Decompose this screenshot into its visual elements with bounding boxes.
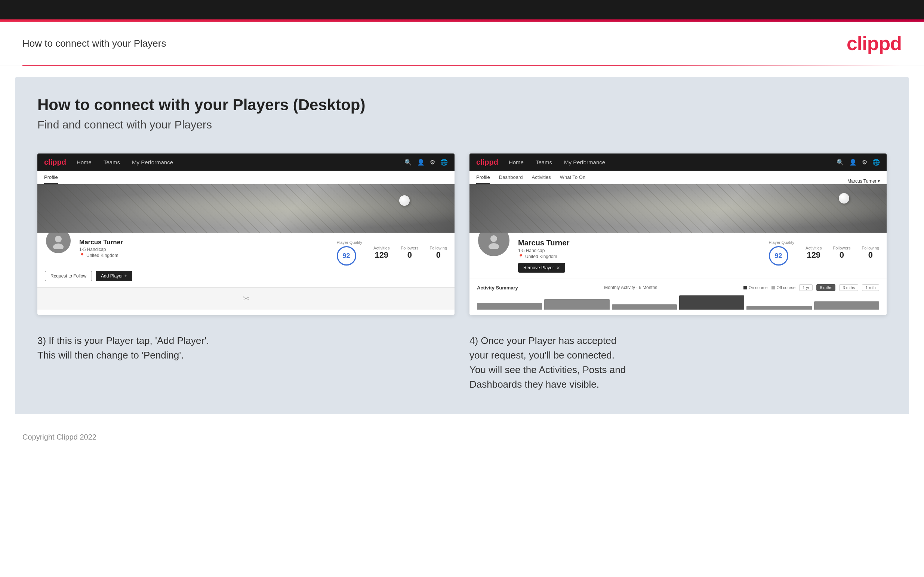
left-nav-teams[interactable]: Teams <box>102 159 121 166</box>
left-profile-section: Marcus Turner 1-5 Handicap 📍 United King… <box>37 233 454 287</box>
add-player-button[interactable]: Add Player + <box>96 271 132 281</box>
right-player-location: 📍 United Kingdom <box>518 254 761 259</box>
screenshots-row: clippd Home Teams My Performance 🔍 👤 ⚙ 🌐… <box>37 153 887 315</box>
right-following: Following 0 <box>862 246 879 260</box>
right-nav-performance[interactable]: My Performance <box>562 159 607 166</box>
right-quality-block: Player Quality 92 <box>769 240 794 266</box>
left-quality-circle: 92 <box>337 246 356 266</box>
footer: Copyright Clippd 2022 <box>0 425 924 449</box>
header: How to connect with your Players clippd <box>0 22 924 65</box>
globe-icon-right[interactable]: 🌐 <box>872 159 880 166</box>
left-screenshot-bottom: ✂ <box>37 287 454 309</box>
activity-summary: Activity Summary Monthly Activity · 6 Mo… <box>470 279 887 315</box>
left-activities: Activities 129 <box>373 246 389 260</box>
tab-profile-right[interactable]: Profile <box>476 174 490 184</box>
location-pin-icon: 📍 <box>79 253 85 258</box>
tab-activities[interactable]: Activities <box>531 174 551 184</box>
close-icon: ✕ <box>556 265 560 271</box>
search-icon[interactable]: 🔍 <box>404 159 412 166</box>
plus-icon: + <box>124 273 127 279</box>
period-6mths[interactable]: 6 mths <box>816 284 835 291</box>
left-profile-row: Marcus Turner 1-5 Handicap 📍 United King… <box>45 239 447 266</box>
header-divider <box>23 65 901 66</box>
right-activities: Activities 129 <box>806 246 822 260</box>
right-followers: Followers 0 <box>833 246 850 260</box>
left-profile-info: Marcus Turner 1-5 Handicap 📍 United King… <box>79 239 329 258</box>
bar-6 <box>814 301 879 309</box>
copyright-text: Copyright Clippd 2022 <box>23 433 97 441</box>
left-player-location: 📍 United Kingdom <box>79 253 329 258</box>
search-icon-right[interactable]: 🔍 <box>837 159 844 166</box>
marcus-dropdown[interactable]: Marcus Turner ▾ <box>847 179 880 184</box>
main-content: How to connect with your Players (Deskto… <box>15 77 909 414</box>
tab-profile-left[interactable]: Profile <box>44 174 58 184</box>
tab-what-to-on[interactable]: What To On <box>560 174 585 184</box>
left-tab-strip: Profile <box>37 171 454 184</box>
right-player-name: Marcus Turner <box>518 239 761 247</box>
left-app-nav: clippd Home Teams My Performance 🔍 👤 ⚙ 🌐 <box>37 153 454 171</box>
bar-4 <box>679 295 744 309</box>
clippd-logo: clippd <box>846 32 901 55</box>
left-nav-performance[interactable]: My Performance <box>131 159 174 166</box>
right-nav-home[interactable]: Home <box>507 159 525 166</box>
request-follow-button[interactable]: Request to Follow <box>45 271 92 281</box>
scissors-icon: ✂ <box>242 294 249 304</box>
bar-5 <box>746 306 811 309</box>
right-nav-teams[interactable]: Teams <box>534 159 554 166</box>
legend-off-course: Off course <box>772 285 796 290</box>
settings-icon[interactable]: ⚙ <box>430 159 435 166</box>
left-quality-block: Player Quality 92 <box>337 240 362 266</box>
legend-on-course: On course <box>743 285 768 290</box>
left-nav-logo: clippd <box>44 158 66 166</box>
activity-period-label: Monthly Activity · 6 Months <box>604 285 657 290</box>
right-nav-icons: 🔍 👤 ⚙ 🌐 <box>837 159 880 166</box>
right-profile-section: Marcus Turner 1-5 Handicap 📍 United King… <box>470 233 887 279</box>
activity-header: Activity Summary Monthly Activity · 6 Mo… <box>477 284 879 291</box>
right-tab-strip: Profile Dashboard Activities What To On … <box>470 171 887 184</box>
legend-dot-off <box>772 286 775 289</box>
description-left-text: 3) If this is your Player tap, 'Add Play… <box>37 334 454 363</box>
location-pin-icon-right: 📍 <box>518 254 524 259</box>
screenshot-left: clippd Home Teams My Performance 🔍 👤 ⚙ 🌐… <box>37 153 454 315</box>
right-hero-image <box>470 184 887 233</box>
left-followers: Followers 0 <box>401 246 418 260</box>
activity-controls: On course Off course 1 yr 6 mths 3 mths … <box>743 284 879 291</box>
bar-1 <box>477 303 542 309</box>
user-icon-right[interactable]: 👤 <box>849 159 857 166</box>
remove-player-button[interactable]: Remove Player ✕ <box>518 263 565 272</box>
left-btn-row: Request to Follow Add Player + <box>45 271 447 281</box>
left-following: Following 0 <box>430 246 447 260</box>
svg-point-3 <box>489 243 499 249</box>
golf-ball-right <box>839 193 849 203</box>
right-nav-logo: clippd <box>476 158 498 166</box>
right-profile-info: Marcus Turner 1-5 Handicap 📍 United King… <box>518 239 761 272</box>
svg-point-2 <box>490 235 497 242</box>
svg-point-0 <box>55 236 62 242</box>
left-hero-image <box>37 184 454 233</box>
right-player-handicap: 1-5 Handicap <box>518 248 761 253</box>
user-icon[interactable]: 👤 <box>417 159 425 166</box>
activity-title: Activity Summary <box>477 285 518 290</box>
breadcrumb: How to connect with your Players <box>23 38 166 49</box>
bar-3 <box>612 305 677 309</box>
settings-icon-right[interactable]: ⚙ <box>862 159 867 166</box>
page-heading: How to connect with your Players (Deskto… <box>37 96 887 114</box>
left-nav-icons: 🔍 👤 ⚙ 🌐 <box>404 159 448 166</box>
svg-point-1 <box>53 243 63 249</box>
description-left: 3) If this is your Player tap, 'Add Play… <box>37 334 454 392</box>
period-1mth[interactable]: 1 mth <box>862 284 879 291</box>
left-nav-home[interactable]: Home <box>75 159 93 166</box>
descriptions-row: 3) If this is your Player tap, 'Add Play… <box>37 334 887 392</box>
page-subheading: Find and connect with your Players <box>37 118 887 131</box>
right-profile-row: Marcus Turner 1-5 Handicap 📍 United King… <box>477 239 879 272</box>
right-app-nav: clippd Home Teams My Performance 🔍 👤 ⚙ 🌐 <box>470 153 887 171</box>
left-player-handicap: 1-5 Handicap <box>79 247 329 252</box>
tab-dashboard[interactable]: Dashboard <box>499 174 523 184</box>
description-right-text: 4) Once your Player has accepted your re… <box>470 334 887 392</box>
period-1yr[interactable]: 1 yr <box>799 284 813 291</box>
screenshot-right: clippd Home Teams My Performance 🔍 👤 ⚙ 🌐… <box>470 153 887 315</box>
left-player-name: Marcus Turner <box>79 239 329 246</box>
globe-icon[interactable]: 🌐 <box>440 159 448 166</box>
period-3mths[interactable]: 3 mths <box>839 284 858 291</box>
legend-dot-on <box>743 286 747 289</box>
